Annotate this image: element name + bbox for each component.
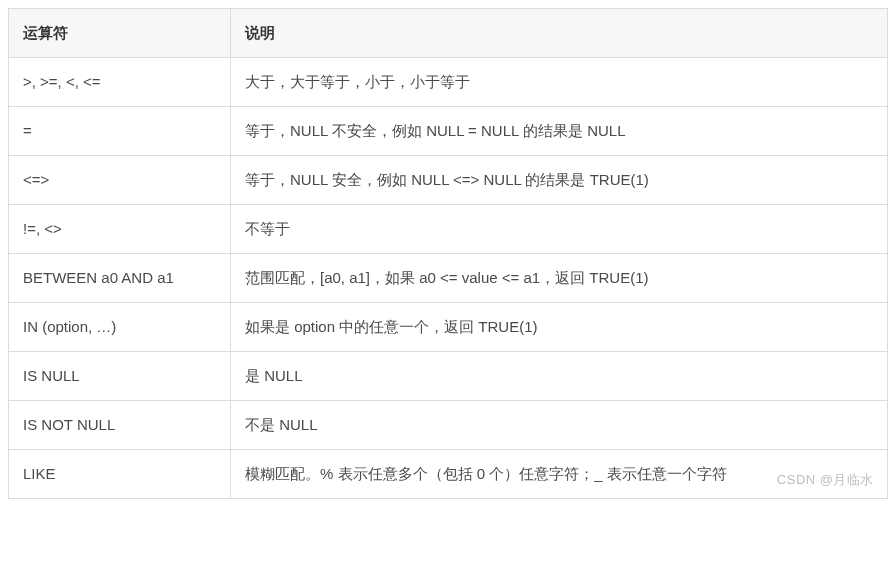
cell-operator: >, >=, <, <= (9, 58, 231, 107)
cell-description: 是 NULL (231, 352, 888, 401)
table-row: >, >=, <, <= 大于，大于等于，小于，小于等于 (9, 58, 888, 107)
header-operator: 运算符 (9, 9, 231, 58)
cell-operator: <=> (9, 156, 231, 205)
cell-operator: !=, <> (9, 205, 231, 254)
cell-description: 如果是 option 中的任意一个，返回 TRUE(1) (231, 303, 888, 352)
cell-description: 范围匹配，[a0, a1]，如果 a0 <= value <= a1，返回 TR… (231, 254, 888, 303)
table-wrapper: 运算符 说明 >, >=, <, <= 大于，大于等于，小于，小于等于 = 等于… (8, 8, 888, 499)
cell-description: 大于，大于等于，小于，小于等于 (231, 58, 888, 107)
header-description: 说明 (231, 9, 888, 58)
cell-operator: = (9, 107, 231, 156)
cell-operator: IN (option, …) (9, 303, 231, 352)
table-row: BETWEEN a0 AND a1 范围匹配，[a0, a1]，如果 a0 <=… (9, 254, 888, 303)
cell-operator: BETWEEN a0 AND a1 (9, 254, 231, 303)
table-row: = 等于，NULL 不安全，例如 NULL = NULL 的结果是 NULL (9, 107, 888, 156)
table-row: IS NULL 是 NULL (9, 352, 888, 401)
cell-description: 不是 NULL (231, 401, 888, 450)
cell-operator: IS NOT NULL (9, 401, 231, 450)
operators-table: 运算符 说明 >, >=, <, <= 大于，大于等于，小于，小于等于 = 等于… (8, 8, 888, 499)
table-row: <=> 等于，NULL 安全，例如 NULL <=> NULL 的结果是 TRU… (9, 156, 888, 205)
cell-description: 等于，NULL 不安全，例如 NULL = NULL 的结果是 NULL (231, 107, 888, 156)
cell-description: 不等于 (231, 205, 888, 254)
cell-description: 模糊匹配。% 表示任意多个（包括 0 个）任意字符；_ 表示任意一个字符 (231, 450, 888, 499)
table-row: !=, <> 不等于 (9, 205, 888, 254)
table-row: LIKE 模糊匹配。% 表示任意多个（包括 0 个）任意字符；_ 表示任意一个字… (9, 450, 888, 499)
table-header-row: 运算符 说明 (9, 9, 888, 58)
table-row: IN (option, …) 如果是 option 中的任意一个，返回 TRUE… (9, 303, 888, 352)
cell-description: 等于，NULL 安全，例如 NULL <=> NULL 的结果是 TRUE(1) (231, 156, 888, 205)
table-row: IS NOT NULL 不是 NULL (9, 401, 888, 450)
cell-operator: IS NULL (9, 352, 231, 401)
cell-operator: LIKE (9, 450, 231, 499)
